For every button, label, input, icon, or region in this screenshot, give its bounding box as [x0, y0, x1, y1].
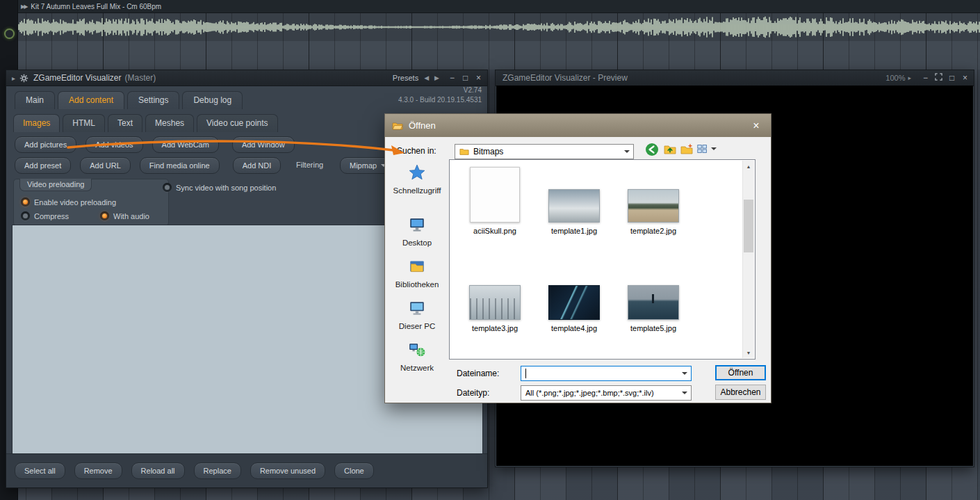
- view-menu-button[interactable]: [696, 143, 717, 155]
- file-item[interactable]: template1.jpg: [537, 164, 611, 235]
- scrollbar-thumb[interactable]: [744, 200, 753, 252]
- close-icon[interactable]: ×: [473, 73, 484, 83]
- back-button[interactable]: [645, 143, 659, 156]
- folder-icon: [459, 147, 469, 156]
- plugin-titlebar[interactable]: ▸ ZGameEditor Visualizer (Master) Preset…: [6, 70, 487, 86]
- clone-button[interactable]: Clone: [334, 462, 374, 479]
- file-thumbnail[interactable]: [628, 189, 679, 223]
- replace-button[interactable]: Replace: [194, 462, 241, 479]
- open-button[interactable]: Öffnen: [715, 365, 766, 380]
- add-buttons-row1: Add pictures Add videos Add WebCam Add W…: [15, 136, 295, 153]
- radio-icon[interactable]: [21, 211, 30, 220]
- file-thumbnail[interactable]: [469, 285, 521, 320]
- tab-main[interactable]: Main: [15, 91, 55, 109]
- add-videos-button[interactable]: Add videos: [85, 136, 142, 153]
- presets-label[interactable]: Presets: [393, 74, 418, 82]
- subtab-html[interactable]: HTML: [63, 114, 105, 132]
- add-window-button[interactable]: Add Window: [232, 136, 295, 153]
- dropdown-button[interactable]: [679, 387, 690, 399]
- filtering-label: Filtering: [296, 161, 323, 169]
- tab-add-content[interactable]: Add content: [58, 91, 124, 109]
- remove-button[interactable]: Remove: [74, 462, 122, 479]
- file-thumbnail[interactable]: [470, 167, 520, 223]
- maximize-icon[interactable]: □: [459, 73, 471, 83]
- sidebar-item-network[interactable]: Netzwerk: [385, 341, 449, 372]
- file-item[interactable]: template4.jpg: [537, 285, 611, 332]
- radio-label: Compress: [34, 212, 69, 220]
- select-all-button[interactable]: Select all: [15, 462, 65, 479]
- minimize-icon[interactable]: −: [920, 73, 931, 83]
- with-audio-option[interactable]: With audio: [100, 211, 149, 220]
- network-icon: [408, 341, 426, 361]
- sync-video-option[interactable]: Sync video with song position: [163, 183, 276, 192]
- scroll-down-icon[interactable]: ▼: [743, 347, 754, 358]
- file-item[interactable]: template5.jpg: [616, 285, 690, 332]
- file-list-panel[interactable]: aciiSkull.png template1.jpg template2.jp…: [449, 159, 756, 360]
- add-url-button[interactable]: Add URL: [80, 157, 131, 174]
- chevron-down-icon: [682, 392, 687, 394]
- preview-titlebar[interactable]: ZGameEditor Visualizer - Preview 100% ▸ …: [496, 70, 974, 86]
- detach-icon[interactable]: ▸: [12, 74, 15, 82]
- file-name: template2.jpg: [630, 227, 676, 235]
- tab-debug-log[interactable]: Debug log: [182, 91, 243, 109]
- find-media-online-button[interactable]: Find media online: [140, 157, 220, 174]
- reload-all-button[interactable]: Reload all: [131, 462, 185, 479]
- playlist-track-header[interactable]: ▶▶ Kit 7 Autumn Leaves Full Mix - Cm 60B…: [0, 0, 980, 13]
- preview-zoom-level[interactable]: 100%: [885, 74, 905, 82]
- subtab-images[interactable]: Images: [13, 114, 60, 132]
- file-thumbnail[interactable]: [628, 285, 679, 320]
- minimize-icon[interactable]: −: [446, 73, 458, 83]
- dialog-titlebar[interactable]: Öffnen ×: [385, 114, 771, 137]
- cancel-button[interactable]: Abbrechen: [715, 385, 766, 400]
- add-webcam-button[interactable]: Add WebCam: [152, 136, 219, 153]
- maximize-icon[interactable]: □: [946, 73, 958, 83]
- sidebar-item-libraries[interactable]: Bibliotheken: [385, 257, 449, 289]
- up-one-level-button[interactable]: [663, 143, 677, 156]
- subtab-video-cue-points[interactable]: Video cue points: [197, 114, 278, 132]
- gear-icon[interactable]: [19, 74, 28, 83]
- remove-unused-button[interactable]: Remove unused: [250, 462, 325, 479]
- filetype-label: Dateityp:: [457, 388, 489, 398]
- sidebar-item-desktop[interactable]: Desktop: [385, 216, 449, 247]
- radio-icon[interactable]: [100, 211, 109, 220]
- radio-icon[interactable]: [21, 197, 30, 207]
- file-thumbnail[interactable]: [548, 285, 600, 320]
- dropdown-button[interactable]: [679, 367, 690, 380]
- sidebar-item-this-pc[interactable]: Dieser PC: [385, 299, 449, 330]
- add-ndi-button[interactable]: Add NDI: [233, 157, 281, 174]
- zoom-next-icon[interactable]: ▸: [908, 74, 911, 81]
- filetype-dropdown[interactable]: All (*.png;*.jpg;*.jpeg;*.bmp;*.svg;*.il…: [521, 385, 692, 401]
- add-pictures-button[interactable]: Add pictures: [15, 136, 76, 153]
- file-name: template5.jpg: [630, 324, 676, 332]
- sidebar-item-quick-access[interactable]: Schnellzugriff: [385, 163, 449, 195]
- open-file-dialog: Öffnen × Suchen in: Bitmaps Schnellzugri…: [384, 113, 771, 403]
- file-thumbnail[interactable]: [548, 189, 600, 223]
- record-indicator-icon[interactable]: [4, 29, 15, 39]
- add-preset-button[interactable]: Add preset: [15, 157, 71, 174]
- dropdown-button[interactable]: [621, 145, 632, 158]
- dialog-close-icon[interactable]: ×: [749, 120, 764, 132]
- scroll-up-icon[interactable]: ▲: [743, 161, 754, 172]
- close-icon[interactable]: ×: [959, 73, 971, 83]
- look-in-dropdown[interactable]: Bitmaps: [455, 144, 634, 159]
- tab-settings[interactable]: Settings: [127, 91, 179, 109]
- compress-option[interactable]: Compress: [21, 211, 69, 220]
- file-item[interactable]: template2.jpg: [616, 164, 690, 235]
- plugin-title-suffix: (Master): [125, 73, 156, 83]
- preset-prev-icon[interactable]: ◀: [424, 74, 429, 81]
- plugin-build: 4.3.0 - Build 20.19.15.4531: [398, 95, 482, 105]
- desktop-monitor-icon: [408, 216, 426, 236]
- subtab-meshes[interactable]: Meshes: [145, 114, 194, 132]
- new-folder-button[interactable]: [680, 143, 694, 156]
- quick-access-star-icon: [408, 163, 426, 184]
- file-item[interactable]: aciiSkull.png: [458, 164, 532, 235]
- fullscreen-icon[interactable]: [933, 73, 945, 83]
- preset-next-icon[interactable]: ▶: [434, 74, 439, 81]
- waveform-band[interactable]: [0, 13, 980, 41]
- enable-video-preloading-option[interactable]: Enable video preloading: [21, 197, 116, 207]
- subtab-text[interactable]: Text: [108, 114, 142, 132]
- file-item[interactable]: template3.jpg: [458, 285, 532, 332]
- radio-icon[interactable]: [163, 183, 172, 192]
- filename-input[interactable]: [521, 366, 692, 381]
- vertical-scrollbar[interactable]: ▲ ▼: [742, 161, 754, 358]
